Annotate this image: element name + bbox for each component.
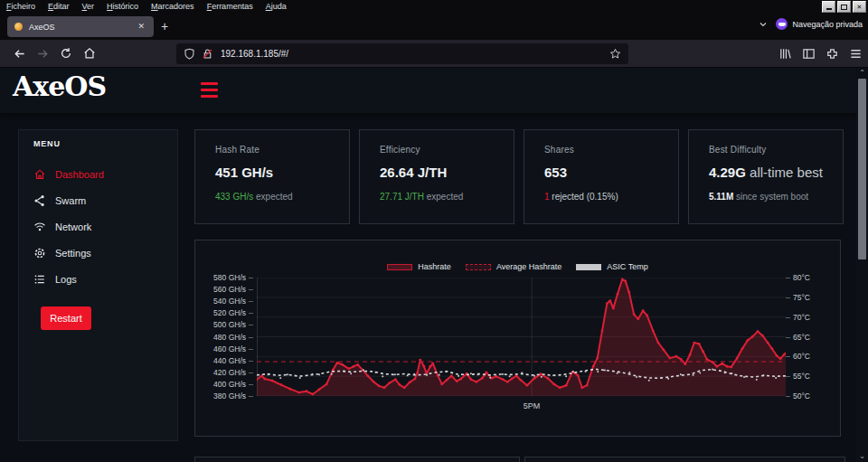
- list-icon: [33, 273, 46, 286]
- sidebar-menu-label: MENU: [33, 139, 61, 148]
- legend-label: ASIC Temp: [607, 262, 647, 271]
- menubar-item-ferramentas[interactable]: Ferramentas: [201, 2, 259, 11]
- browser-window: FicheiroEditarVerHistóricoMarcadoresFerr…: [0, 0, 868, 462]
- legend-swatch: [466, 264, 491, 270]
- browser-menubar: FicheiroEditarVerHistóricoMarcadoresFerr…: [0, 0, 868, 13]
- right-tick-label: 50°C: [786, 391, 810, 401]
- menubar-item-ajuda[interactable]: Ajuda: [259, 2, 293, 11]
- left-tick-label: 540 GH/s: [213, 297, 253, 306]
- tab-bar: AxeOS ✕ + Navegação privada: [0, 13, 868, 40]
- sidebar-item-logs[interactable]: Logs: [19, 266, 177, 292]
- scrollbar-thumb[interactable]: [858, 79, 866, 259]
- minimize-button[interactable]: [822, 1, 835, 13]
- home-icon: [33, 168, 46, 181]
- legend-item-asic-temp[interactable]: ASIC Temp: [576, 262, 647, 271]
- app-menu-icon[interactable]: [849, 47, 863, 61]
- legend-item-hashrate[interactable]: Hashrate: [387, 262, 451, 271]
- right-tick-label: 75°C: [786, 293, 810, 302]
- right-tick-label: 55°C: [786, 372, 810, 381]
- sidebar-item-network[interactable]: Network: [19, 213, 177, 240]
- list-tabs-chevron-icon[interactable]: [758, 19, 769, 30]
- card-label: Hash Rate: [215, 145, 259, 155]
- left-axis-tick-labels: 580 GH/s560 GH/s540 GH/s520 GH/s500 GH/s…: [195, 278, 253, 396]
- left-tick-label: 500 GH/s: [213, 320, 253, 329]
- partial-card-right: [524, 457, 845, 462]
- menubar-item-ver[interactable]: Ver: [76, 2, 101, 11]
- url-bar[interactable]: 192.168.1.185/#/: [176, 43, 628, 64]
- axeos-favicon-icon: [14, 23, 23, 31]
- back-button[interactable]: [7, 42, 31, 64]
- sidebar-toggle-icon[interactable]: [802, 47, 816, 61]
- legend-label: Hashrate: [418, 262, 451, 271]
- restore-button[interactable]: [837, 1, 851, 13]
- right-tick-label: 70°C: [786, 313, 810, 322]
- sidebar-item-label: Logs: [55, 274, 77, 285]
- sidebar-item-label: Network: [55, 222, 91, 232]
- menubar-item-histórico[interactable]: Histórico: [100, 2, 145, 11]
- stat-card-efficiency: Efficiency26.64 J/TH27.71 J/TH expected: [359, 129, 514, 224]
- sidebar-item-settings[interactable]: Settings: [19, 240, 177, 266]
- sidebar-toggle-hamburger-icon[interactable]: [201, 82, 218, 98]
- card-subtext: 27.71 J/TH expected: [380, 192, 463, 202]
- x-axis-tick-label: 5PM: [506, 401, 557, 410]
- share-nodes-icon: [33, 194, 46, 207]
- stat-card-hash-rate: Hash Rate451 GH/s433 GH/s expected: [194, 129, 350, 224]
- card-label: Efficiency: [380, 145, 420, 155]
- left-tick-label: 580 GH/s: [213, 273, 253, 282]
- stat-card-shares: Shares6531 rejected (0.15%): [524, 129, 679, 224]
- restart-button[interactable]: Restart: [41, 306, 91, 330]
- sidebar-item-label: Swarm: [55, 195, 86, 206]
- bookmark-star-icon[interactable]: [609, 48, 621, 60]
- hashrate-chart-card: HashrateAverage HashrateASIC Temp 580 GH…: [194, 240, 841, 437]
- card-value: 4.29G all-time best: [709, 165, 823, 180]
- stat-card-best-difficulty: Best Difficulty4.29G all-time best5.11M …: [688, 129, 844, 224]
- stat-cards-row: Hash Rate451 GH/s433 GH/s expectedEffici…: [194, 129, 844, 224]
- private-badge-label: Navegação privada: [792, 20, 863, 29]
- scroll-up-icon[interactable]: ⌃: [856, 68, 868, 79]
- private-browsing-badge: Navegação privada: [776, 18, 863, 30]
- insecure-lock-icon[interactable]: [202, 48, 213, 60]
- left-tick-label: 380 GH/s: [213, 391, 253, 401]
- sidebar-item-swarm[interactable]: Swarm: [19, 187, 177, 213]
- card-value: 26.64 J/TH: [380, 165, 447, 180]
- sidebar: MENU DashboardSwarmNetworkSettingsLogs R…: [18, 129, 178, 441]
- private-mask-icon: [776, 18, 788, 30]
- menubar-item-ficheiro[interactable]: Ficheiro: [0, 2, 42, 11]
- sidebar-item-dashboard[interactable]: Dashboard: [19, 161, 177, 187]
- reload-button[interactable]: [54, 42, 78, 64]
- menubar-item-marcadores[interactable]: Marcadores: [145, 2, 201, 11]
- app-header: AxeOS: [0, 68, 868, 113]
- tracking-shield-icon[interactable]: [184, 48, 195, 60]
- wifi-icon: [33, 221, 46, 233]
- card-label: Best Difficulty: [709, 145, 766, 155]
- tab-axeos[interactable]: AxeOS ✕: [7, 16, 154, 37]
- legend-item-average-hashrate[interactable]: Average Hashrate: [466, 262, 561, 271]
- card-value: 653: [544, 165, 567, 180]
- gear-icon: [33, 247, 46, 259]
- extensions-icon[interactable]: [826, 47, 839, 61]
- left-tick-label: 420 GH/s: [213, 368, 253, 377]
- legend-swatch: [576, 264, 601, 270]
- page-scrollbar[interactable]: ⌃ ⌄: [856, 68, 868, 462]
- left-tick-label: 520 GH/s: [213, 308, 253, 317]
- tab-close-icon[interactable]: ✕: [136, 21, 146, 33]
- url-text[interactable]: 192.168.1.185/#/: [221, 49, 609, 59]
- right-axis-tick-labels: 80°C75°C70°C65°C60°C55°C50°C: [786, 278, 840, 396]
- home-button[interactable]: [78, 42, 101, 64]
- scroll-down-icon[interactable]: ⌄: [856, 451, 868, 462]
- library-icon[interactable]: [778, 47, 792, 61]
- partial-card-left: [194, 457, 520, 462]
- legend-swatch: [387, 264, 412, 270]
- card-label: Shares: [544, 145, 574, 155]
- card-subtext: 1 rejected (0.15%): [544, 192, 618, 202]
- hashrate-chart-svg: [257, 278, 786, 396]
- sidebar-item-label: Settings: [55, 248, 91, 259]
- close-button[interactable]: ✕: [853, 1, 866, 13]
- menubar-item-editar[interactable]: Editar: [42, 2, 76, 11]
- forward-button[interactable]: [31, 42, 54, 64]
- menubar-items: FicheiroEditarVerHistóricoMarcadoresFerr…: [0, 2, 293, 11]
- right-tick-label: 60°C: [786, 352, 810, 361]
- card-value: 451 GH/s: [215, 165, 273, 180]
- sidebar-item-label: Dashboard: [55, 169, 104, 180]
- new-tab-button[interactable]: +: [161, 20, 168, 33]
